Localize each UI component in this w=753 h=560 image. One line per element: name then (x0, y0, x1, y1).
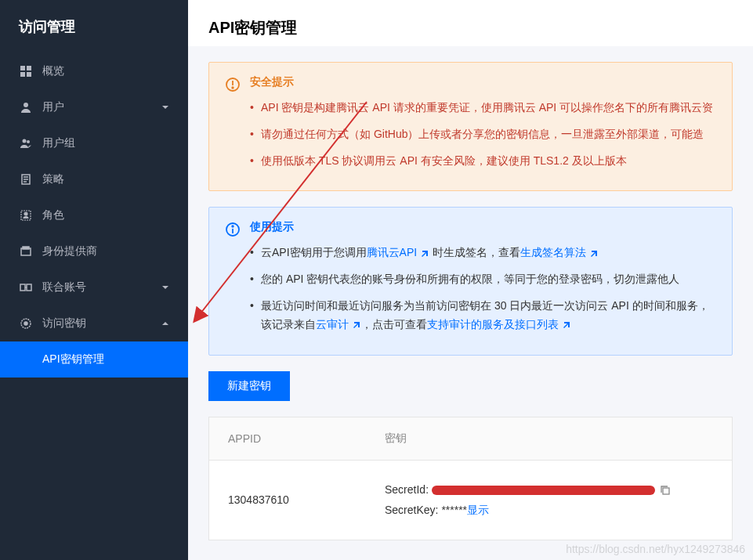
link-cloud-audit[interactable]: 云审计 (316, 318, 349, 331)
policy-icon (19, 172, 33, 186)
warning-alert: 安全提示 API 密钥是构建腾讯云 API 请求的重要凭证，使用腾讯云 API … (208, 62, 733, 191)
link-sign-algo[interactable]: 生成签名算法 (520, 246, 586, 258)
svg-rect-1 (27, 66, 31, 70)
usergroup-icon (19, 136, 33, 150)
sidebar-item-idp[interactable]: 身份提供商 (0, 233, 188, 269)
svg-rect-16 (27, 284, 31, 291)
sidebar-item-role[interactable]: 角色 (0, 197, 188, 233)
sidebar-item-label: 概览 (42, 64, 64, 78)
overview-icon (19, 64, 33, 78)
idp-icon (19, 244, 33, 258)
sidebar-item-label: 访问密钥 (42, 316, 86, 331)
svg-point-22 (232, 87, 234, 89)
info-alert: 使用提示 云API密钥用于您调用腾讯云API 时生成签名，查看生成签名算法 您的… (208, 207, 733, 355)
role-icon (19, 208, 33, 222)
page-title: API密钥管理 (188, 0, 753, 46)
create-key-button[interactable]: 新建密钥 (208, 371, 290, 401)
sidebar-item-usergroup[interactable]: 用户组 (0, 125, 188, 161)
key-icon (19, 316, 33, 331)
sidebar: 访问管理 概览 用户 用户组 策略 角色 身份提供商 联合账 (0, 0, 188, 560)
info-item: 您的 API 密钥代表您的账号身份和所拥有的权限，等同于您的登录密码，切勿泄露他… (250, 270, 716, 289)
info-item: 最近访问时间和最近访问服务为当前访问密钥在 30 日内最近一次访问云 API 的… (250, 297, 716, 334)
main: API密钥管理 安全提示 API 密钥是构建腾讯云 API 请求的重要凭证，使用… (188, 0, 753, 560)
svg-point-12 (24, 212, 27, 215)
sidebar-item-label: 角色 (42, 208, 64, 222)
link-audit-services[interactable]: 支持审计的服务及接口列表 (427, 318, 559, 331)
external-link-icon (562, 320, 571, 330)
warning-title: 安全提示 (250, 75, 716, 89)
sidebar-item-apikey[interactable]: API密钥管理 (0, 341, 188, 378)
svg-rect-2 (20, 72, 25, 77)
cell-key: SecretId: SecretKey: ******显示 (366, 460, 732, 540)
svg-rect-14 (23, 247, 29, 249)
sidebar-item-label: API密钥管理 (42, 352, 104, 367)
user-icon (19, 100, 33, 114)
info-icon (225, 222, 241, 237)
sidebar-item-label: 策略 (42, 172, 64, 186)
svg-rect-0 (20, 66, 25, 70)
sidebar-item-federated[interactable]: 联合账号 (0, 269, 188, 305)
info-title: 使用提示 (250, 220, 716, 234)
svg-point-5 (23, 139, 27, 143)
sidebar-item-label: 用户组 (42, 136, 75, 150)
secretkey-label: SecretKey: (385, 504, 441, 516)
sidebar-item-user[interactable]: 用户 (0, 89, 188, 125)
sidebar-item-label: 联合账号 (42, 280, 86, 294)
secretkey-mask: ****** (441, 504, 467, 516)
warning-icon (225, 77, 241, 92)
sidebar-item-policy[interactable]: 策略 (0, 161, 188, 197)
info-item: 云API密钥用于您调用腾讯云API 时生成签名，查看生成签名算法 (250, 244, 716, 262)
warning-item: API 密钥是构建腾讯云 API 请求的重要凭证，使用腾讯云 API 可以操作您… (250, 99, 716, 117)
sidebar-item-accesskey[interactable]: 访问密钥 (0, 305, 188, 341)
warning-item: 使用低版本 TLS 协议调用云 API 有安全风险，建议使用 TLS1.2 及以… (250, 152, 716, 171)
link-tencent-api[interactable]: 腾讯云API (367, 246, 418, 258)
svg-point-24 (232, 226, 234, 228)
external-link-icon (589, 249, 599, 258)
external-link-icon (352, 320, 361, 330)
svg-rect-3 (27, 72, 31, 77)
svg-rect-26 (663, 488, 669, 494)
key-table: APPID 密钥 1304837610 SecretId: (208, 417, 733, 540)
copy-icon[interactable] (660, 485, 671, 496)
federated-icon (19, 280, 33, 294)
sidebar-item-label: 身份提供商 (42, 244, 97, 258)
secretid-label: SecretId: (385, 483, 432, 496)
svg-point-6 (27, 140, 30, 143)
external-link-icon (420, 249, 429, 258)
th-appid: APPID (209, 417, 366, 461)
table-row: 1304837610 SecretId: SecretKey: ******显示 (209, 460, 732, 540)
chevron-up-icon (161, 317, 169, 330)
svg-rect-15 (20, 284, 25, 291)
warning-item: 请勿通过任何方式（如 GitHub）上传或者分享您的密钥信息，一旦泄露至外部渠道… (250, 125, 716, 144)
sidebar-item-label: 用户 (42, 100, 64, 114)
chevron-down-icon (161, 281, 169, 294)
secretid-redacted (432, 486, 655, 495)
svg-point-19 (24, 322, 27, 325)
svg-point-4 (24, 103, 28, 107)
sidebar-title: 访问管理 (0, 0, 188, 53)
chevron-down-icon (161, 101, 169, 114)
cell-appid: 1304837610 (209, 460, 366, 540)
sidebar-item-overview[interactable]: 概览 (0, 53, 188, 89)
th-key: 密钥 (366, 417, 732, 461)
show-key-link[interactable]: 显示 (467, 504, 489, 516)
